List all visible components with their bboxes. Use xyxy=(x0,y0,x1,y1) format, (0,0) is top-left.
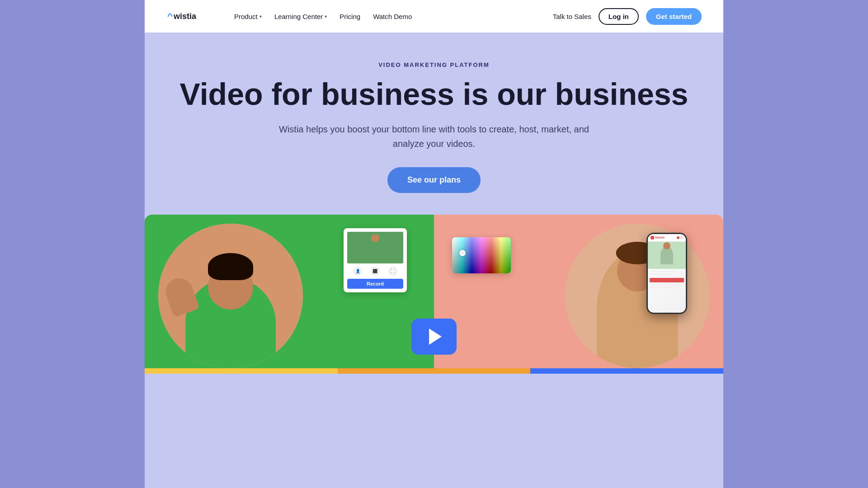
phone-app-bar: bloom xyxy=(648,234,686,242)
person-circle-left xyxy=(158,224,303,368)
nav-pricing[interactable]: Pricing xyxy=(334,9,366,24)
watch-demo-label: Watch Demo xyxy=(373,13,412,20)
color-picker xyxy=(452,237,511,273)
login-button[interactable]: Log in xyxy=(599,8,639,25)
hero-subtitle: Wistia helps you boost your bottom line … xyxy=(276,122,592,151)
nav-links: Product ▾ Learning Center ▾ Pricing Watc… xyxy=(229,9,538,24)
showcase-left: 👤 ⬛ ⛶ Record xyxy=(145,215,434,368)
logo[interactable]: wistia xyxy=(166,10,207,23)
record-icon-person: 👤 xyxy=(354,267,362,275)
get-started-button[interactable]: Get started xyxy=(646,8,702,25)
phone-app-icon xyxy=(651,236,654,239)
svg-text:wistia: wistia xyxy=(173,12,197,21)
product-label: Product xyxy=(234,13,258,20)
pricing-label: Pricing xyxy=(340,13,360,20)
hero-section: VIDEO MARKETING PLATFORM Video for busin… xyxy=(145,33,723,215)
showcase-right: bloom xyxy=(434,215,723,368)
nav-right: Talk to Sales Log in Get started xyxy=(553,8,702,25)
record-icon-expand: ⛶ xyxy=(389,267,397,275)
hero-eyebrow: VIDEO MARKETING PLATFORM xyxy=(166,61,702,68)
record-icons: 👤 ⬛ ⛶ xyxy=(347,266,403,276)
record-icon-stop: ⬛ xyxy=(371,267,379,275)
bar-yellow xyxy=(145,368,338,374)
record-preview xyxy=(347,232,403,263)
product-chevron: ▾ xyxy=(259,14,262,19)
nav-learning-center[interactable]: Learning Center ▾ xyxy=(269,9,333,24)
play-triangle-icon xyxy=(429,328,442,345)
record-card: 👤 ⬛ ⛶ Record xyxy=(344,228,407,292)
record-preview-inner xyxy=(347,232,403,263)
phone-mockup: bloom xyxy=(646,233,687,314)
color-picker-dot xyxy=(459,250,466,256)
navbar: wistia Product ▾ Learning Center ▾ Prici… xyxy=(145,0,723,33)
right-content: bloom xyxy=(434,215,723,368)
bar-orange xyxy=(338,368,531,374)
phone-circle xyxy=(565,224,710,368)
talk-sales-link[interactable]: Talk to Sales xyxy=(553,13,591,20)
bar-blue xyxy=(530,368,723,374)
phone-video xyxy=(648,242,686,269)
left-content: 👤 ⬛ ⛶ Record xyxy=(145,215,434,368)
bottom-bar xyxy=(145,368,723,374)
play-button[interactable] xyxy=(411,319,457,355)
hero-title: Video for business is our business xyxy=(166,77,702,111)
see-plans-button[interactable]: See our plans xyxy=(387,167,481,193)
learning-center-chevron: ▾ xyxy=(325,14,327,19)
record-button[interactable]: Record xyxy=(347,279,403,289)
page-wrapper: wistia Product ▾ Learning Center ▾ Prici… xyxy=(145,0,723,488)
bloom-app-name: bloom xyxy=(655,236,665,239)
learning-center-label: Learning Center xyxy=(274,13,323,20)
nav-watch-demo[interactable]: Watch Demo xyxy=(368,9,417,24)
phone-screen: bloom xyxy=(648,234,686,313)
nav-product[interactable]: Product ▾ xyxy=(229,9,267,24)
showcase: 👤 ⬛ ⛶ Record xyxy=(145,215,723,368)
